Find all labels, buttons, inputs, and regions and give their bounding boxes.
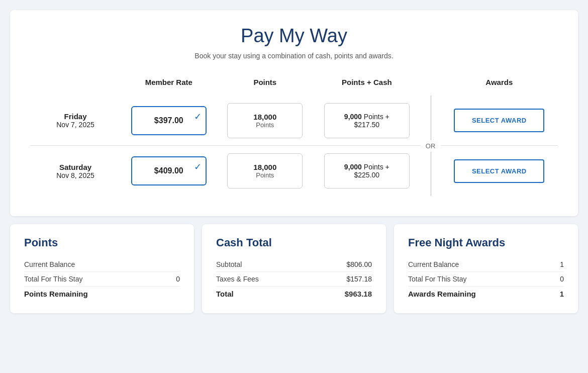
points-cash-box-friday[interactable]: 9,000 Points + $217.50	[324, 103, 410, 138]
points-cell-saturday: 18,000 Points	[217, 146, 314, 196]
awards-cell-saturday: SELECT AWARD	[441, 146, 558, 196]
points-box-saturday[interactable]: 18,000 Points	[227, 153, 303, 189]
main-card: Pay My Way Book your stay using a combin…	[10, 10, 578, 216]
select-award-button-saturday[interactable]: SELECT AWARD	[454, 159, 544, 183]
select-award-button-friday[interactable]: SELECT AWARD	[454, 109, 544, 132]
cash-summary-card: Cash Total Subtotal $806.00 Taxes & Fees…	[202, 224, 386, 313]
col-or-spacer	[421, 78, 441, 96]
points-summary-card: Points Current Balance Total For This St…	[10, 224, 194, 313]
col-header-awards: Awards	[441, 78, 558, 96]
points-balance-row: Current Balance	[24, 257, 180, 272]
awards-remaining-row: Awards Remaining 1	[408, 287, 564, 301]
check-icon-saturday: ✓	[194, 161, 202, 172]
col-header-member-rate: Member Rate	[121, 78, 217, 96]
table-row: Friday Nov 7, 2025 ✓ $397.00 18,000 Poin…	[30, 96, 558, 146]
page-subtitle: Book your stay using a combination of ca…	[30, 52, 558, 60]
member-rate-box-friday[interactable]: ✓ $397.00	[131, 106, 207, 135]
points-total-row: Total For This Stay 0	[24, 272, 180, 287]
col-header-points: Points	[217, 78, 314, 96]
day-label-saturday: Saturday Nov 8, 2025	[30, 146, 121, 196]
cash-subtotal-row: Subtotal $806.00	[216, 257, 372, 272]
points-box-friday[interactable]: 18,000 Points	[227, 103, 303, 138]
or-divider-friday: OR	[421, 96, 441, 196]
awards-balance-row: Current Balance 1	[408, 257, 564, 272]
col-header-points-cash: Points + Cash	[313, 78, 421, 96]
cash-card-title: Cash Total	[216, 236, 372, 249]
member-rate-box-saturday[interactable]: ✓ $409.00	[131, 156, 207, 185]
awards-card-title: Free Night Awards	[408, 236, 564, 249]
cash-total-row: Total $963.18	[216, 287, 372, 301]
day-label-friday: Friday Nov 7, 2025	[30, 96, 121, 146]
points-cash-cell-friday: 9,000 Points + $217.50	[313, 96, 421, 146]
table-row: Saturday Nov 8, 2025 ✓ $409.00 18,000 Po…	[30, 146, 558, 196]
col-empty	[30, 78, 121, 96]
awards-summary-card: Free Night Awards Current Balance 1 Tota…	[394, 224, 578, 313]
check-icon-friday: ✓	[194, 111, 202, 122]
cash-taxes-row: Taxes & Fees $157.18	[216, 272, 372, 287]
page-title: Pay My Way	[30, 25, 558, 47]
points-cash-box-saturday[interactable]: 9,000 Points + $225.00	[324, 153, 410, 189]
summary-row: Points Current Balance Total For This St…	[10, 224, 578, 313]
points-remaining-row: Points Remaining	[24, 287, 180, 301]
or-label: OR	[425, 140, 437, 152]
pricing-table: Member Rate Points Points + Cash Awards …	[30, 78, 558, 196]
points-cell-friday: 18,000 Points	[217, 96, 314, 146]
points-cash-cell-saturday: 9,000 Points + $225.00	[313, 146, 421, 196]
points-card-title: Points	[24, 236, 180, 249]
member-rate-cell-friday: ✓ $397.00	[121, 96, 217, 146]
awards-total-row: Total For This Stay 0	[408, 272, 564, 287]
awards-cell-friday: SELECT AWARD	[441, 96, 558, 146]
member-rate-cell-saturday: ✓ $409.00	[121, 146, 217, 196]
